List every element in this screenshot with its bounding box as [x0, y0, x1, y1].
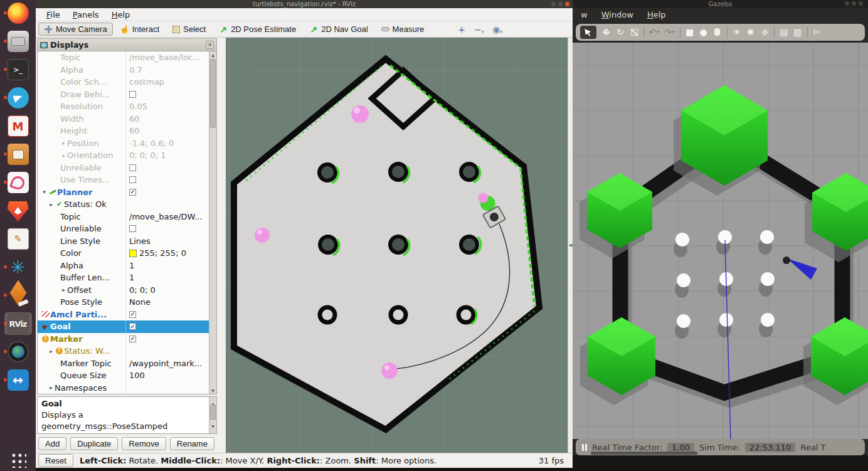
checkbox[interactable] [129, 91, 136, 98]
property-row-draw-behi-[interactable]: Draw Behi... [38, 88, 209, 101]
expander-icon[interactable]: ▸ [48, 348, 55, 354]
displays-close-icon[interactable]: ✕ [206, 41, 214, 49]
remove-button[interactable]: Remove [122, 437, 166, 450]
property-row-namespaces[interactable]: ▸Namespaces [38, 382, 209, 394]
property-value[interactable]: Lines [129, 236, 151, 246]
select-icon[interactable] [580, 26, 596, 39]
property-row-position[interactable]: ▸Position-1.4; 0.6; 0 [38, 137, 209, 150]
reset-button[interactable]: Reset [38, 454, 73, 467]
zoom-in-icon[interactable]: + [458, 24, 465, 34]
property-row-resolution[interactable]: Resolution0.05 [38, 100, 209, 113]
close-button[interactable] [565, 2, 569, 6]
dock-item-gazebo[interactable] [4, 284, 32, 307]
measure-tool[interactable]: Measure [376, 23, 430, 36]
move-camera-tool[interactable]: Move Camera [38, 23, 113, 36]
property-row-topic[interactable]: Topic/move_base/loc... [38, 51, 209, 64]
dock-item-paint[interactable]: ✳ [4, 256, 32, 278]
property-value[interactable]: 0.05 [129, 102, 147, 111]
property-row-amcl-parti-[interactable]: Amcl Parti...✔ [38, 309, 209, 321]
minimize-button[interactable] [551, 2, 556, 6]
property-value[interactable]: 1 [129, 273, 134, 282]
spot-light-icon[interactable]: ✱ [746, 26, 755, 38]
property-value[interactable]: 1 [129, 261, 134, 270]
rtf-value[interactable]: 1.00 [667, 443, 694, 452]
scrollbar-thumb[interactable] [210, 59, 216, 128]
property-value[interactable]: /move_base/loc... [129, 53, 201, 62]
nav-goal-tool[interactable]: ↗2D Nav Goal [304, 23, 373, 36]
checkbox[interactable] [129, 176, 136, 183]
cylinder-icon[interactable] [713, 26, 722, 38]
minimize-button[interactable] [845, 1, 849, 6]
duplicate-button[interactable]: Duplicate [70, 437, 118, 450]
property-row-use-times-[interactable]: Use Times... [38, 174, 209, 186]
interact-tool[interactable]: ☝Interact [115, 23, 165, 36]
panel-splitter[interactable] [218, 38, 226, 453]
property-row-goal[interactable]: Goal✔ [38, 320, 209, 333]
zoom-out-icon[interactable]: −▾ [474, 24, 484, 34]
dock-item-office[interactable] [4, 171, 32, 194]
dock-item-rviz[interactable]: RViz [4, 312, 32, 335]
property-row-alpha[interactable]: Alpha0.7 [38, 64, 209, 77]
property-value[interactable]: 100 [129, 371, 145, 380]
dock-item-gmail[interactable]: M [4, 115, 32, 137]
property-row-marker[interactable]: !Marker✔ [38, 333, 209, 346]
dock-item-brave[interactable] [4, 199, 32, 222]
property-row-status-ok[interactable]: ▸✔Status: Ok [38, 198, 209, 211]
property-row-height[interactable]: Height60 [38, 125, 209, 137]
checkbox[interactable] [129, 225, 136, 232]
property-value[interactable]: -1.4; 0.6; 0 [129, 139, 174, 148]
scroll-down-icon[interactable]: ▼ [209, 388, 216, 393]
property-row-width[interactable]: Width60 [38, 113, 209, 125]
dock-item-app-grid[interactable] [4, 448, 32, 471]
gazebo-3d-viewport[interactable] [573, 43, 868, 439]
property-value[interactable]: 0; 0; 0; 1 [129, 151, 166, 160]
expander-icon[interactable]: ▸ [60, 287, 67, 293]
dock-item-notes[interactable]: ✎ [4, 228, 32, 250]
copy-icon[interactable]: ▤ [780, 26, 788, 38]
checkbox[interactable]: ✔ [129, 336, 136, 342]
select-tool[interactable]: Select [167, 23, 211, 36]
dock-item-file-manager[interactable] [4, 30, 32, 53]
rename-button[interactable]: Rename [170, 437, 214, 450]
checkbox[interactable]: ✔ [129, 323, 136, 330]
property-value[interactable]: /move_base/DW... [129, 212, 202, 221]
rtf-progress-bar[interactable] [591, 452, 697, 455]
translate-icon[interactable]: ↔↕ [601, 26, 611, 38]
undo-icon[interactable]: ↶▾ [649, 26, 659, 38]
close-button[interactable] [859, 1, 863, 6]
rotate-icon[interactable]: ↻ [616, 26, 625, 38]
dock-item-teamviewer[interactable]: ↔ [4, 369, 32, 391]
property-row-color-sch-[interactable]: Color Sch...costmap [38, 76, 209, 88]
sphere-icon[interactable]: ● [699, 26, 708, 38]
property-value[interactable]: 255; 255; 0 [139, 248, 186, 258]
view-splitter[interactable]: ◀ [568, 38, 573, 453]
scrollbar-thumb[interactable] [210, 405, 216, 420]
expander-icon[interactable]: ▸ [60, 152, 67, 159]
maximize-button[interactable] [558, 2, 563, 6]
property-value[interactable]: /waypoint_mark... [129, 359, 202, 368]
property-value[interactable]: costmap [129, 77, 164, 87]
property-row-orientation[interactable]: ▸Orientation0; 0; 0; 1 [38, 149, 209, 162]
add-button[interactable]: Add [38, 437, 66, 450]
displays-scrollbar[interactable]: ▲ ▼ [209, 51, 216, 394]
property-row-offset[interactable]: ▸Offset0; 0; 0 [38, 284, 209, 297]
property-row-topic[interactable]: Topic/move_base/DW... [38, 211, 209, 223]
menu-help[interactable]: Help [642, 9, 672, 20]
dock-item-firefox[interactable] [4, 2, 32, 24]
property-value[interactable]: 0.7 [129, 65, 142, 75]
scroll-down-icon[interactable]: ▼ [209, 421, 216, 432]
scroll-up-icon[interactable]: ▲ [209, 53, 216, 57]
property-row-planner[interactable]: ▾Planner✔ [38, 186, 209, 199]
focus-camera-icon[interactable]: ◉▾ [492, 24, 502, 34]
property-value[interactable]: None [129, 297, 151, 307]
menu-file[interactable]: File [41, 9, 66, 20]
gazebo-titlebar[interactable]: Gazebo [573, 0, 868, 8]
expander-icon[interactable]: ▸ [60, 140, 67, 146]
expander-icon[interactable]: ▸ [48, 384, 55, 391]
property-value[interactable]: 0; 0; 0 [129, 285, 156, 295]
box-icon[interactable]: ■ [685, 26, 694, 38]
checkbox[interactable]: ✔ [129, 189, 136, 196]
property-row-buffer-len-[interactable]: Buffer Len...1 [38, 272, 209, 284]
property-row-status-w-[interactable]: ▸!Status: W... [38, 345, 209, 357]
expander-icon[interactable]: ▾ [41, 189, 48, 195]
